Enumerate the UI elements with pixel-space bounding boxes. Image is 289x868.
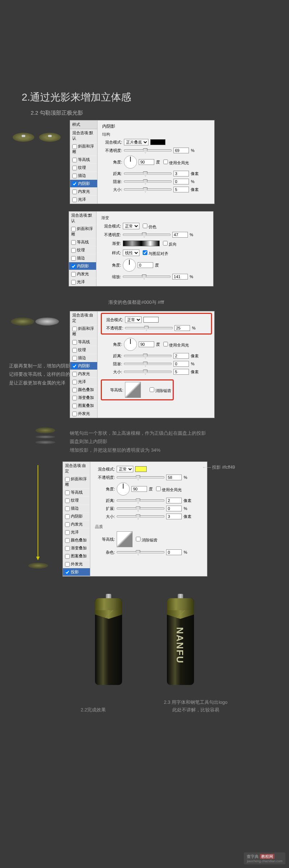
- slider[interactable]: [117, 507, 164, 510]
- size-value[interactable]: 5: [173, 187, 189, 192]
- spread-value[interactable]: 0: [166, 506, 182, 511]
- style-select[interactable]: 线性: [123, 250, 139, 256]
- slider[interactable]: [125, 327, 173, 329]
- style-item[interactable]: 等高线: [69, 238, 96, 246]
- angle-value[interactable]: 90: [131, 486, 147, 492]
- scale-value[interactable]: 141: [172, 274, 188, 280]
- checkbox[interactable]: [72, 144, 77, 149]
- checkbox[interactable]: [72, 182, 77, 186]
- slider[interactable]: [124, 355, 172, 357]
- slider[interactable]: [117, 515, 164, 518]
- style-item[interactable]: 内发光: [70, 188, 97, 196]
- choke-value[interactable]: 0: [173, 361, 189, 367]
- slider[interactable]: [124, 363, 172, 365]
- style-item[interactable]: 纹理: [63, 497, 90, 505]
- angle-value[interactable]: 90: [139, 159, 154, 165]
- style-item[interactable]: 斜面和浮雕: [69, 225, 96, 238]
- global-light-check[interactable]: 使用全局光: [162, 341, 189, 348]
- style-item[interactable]: 光泽: [69, 278, 96, 286]
- noise-value[interactable]: 0: [166, 549, 182, 555]
- style-item[interactable]: 内发光: [63, 520, 90, 528]
- opacity-value[interactable]: 25: [174, 325, 190, 331]
- blend-options[interactable]: 混合选项:默认: [70, 129, 97, 142]
- angle-value[interactable]: 90: [139, 341, 154, 347]
- blend-mode-select[interactable]: 正片叠底: [124, 139, 148, 145]
- reverse-check[interactable]: 反向: [161, 240, 177, 247]
- angle-dial[interactable]: [124, 338, 137, 351]
- opacity-value[interactable]: 47: [172, 232, 188, 238]
- slider[interactable]: [117, 476, 164, 478]
- slider[interactable]: [123, 276, 171, 278]
- style-item[interactable]: 图案叠加: [63, 552, 90, 560]
- global-light-check[interactable]: 使用全局光: [155, 485, 182, 493]
- style-item[interactable]: 描边: [63, 505, 90, 512]
- blend-mode-select[interactable]: 正常: [117, 466, 133, 472]
- size-value[interactable]: 5: [173, 369, 189, 375]
- style-item[interactable]: 光泽: [70, 378, 97, 386]
- align-check[interactable]: 与图层对齐: [141, 249, 168, 256]
- color-swatch-yellow[interactable]: [135, 466, 147, 472]
- style-item[interactable]: 光泽: [63, 528, 90, 536]
- distance-value[interactable]: 2: [173, 353, 189, 359]
- style-item[interactable]: 渐变叠加: [70, 394, 97, 402]
- style-item-selected[interactable]: 内阴影: [70, 362, 97, 370]
- style-item[interactable]: 斜面和浮雕: [70, 325, 97, 338]
- slider[interactable]: [124, 173, 172, 175]
- style-item[interactable]: 纹理: [70, 346, 97, 354]
- color-swatch[interactable]: [143, 317, 159, 323]
- angle-dial[interactable]: [124, 156, 137, 169]
- slider[interactable]: [124, 188, 172, 191]
- style-item[interactable]: 颜色叠加: [63, 536, 90, 544]
- antialias-check[interactable]: 消除锯齿: [134, 536, 158, 543]
- slider[interactable]: [124, 371, 172, 373]
- dither-check[interactable]: 仿色: [141, 222, 156, 230]
- distance-value[interactable]: 2: [166, 498, 182, 503]
- style-item-selected[interactable]: 内阴影: [70, 180, 97, 188]
- blend-options[interactable]: 混合选项:默认: [69, 212, 96, 225]
- style-item[interactable]: 外发光: [70, 410, 97, 418]
- slider[interactable]: [123, 234, 171, 236]
- global-light-check[interactable]: 使用全局光: [162, 158, 189, 166]
- style-item[interactable]: 等高线: [70, 338, 97, 346]
- choke-value[interactable]: 0: [173, 179, 189, 184]
- angle-dial[interactable]: [117, 482, 130, 495]
- slider[interactable]: [124, 149, 172, 152]
- style-item[interactable]: 纹理: [70, 164, 97, 172]
- angle-value[interactable]: 0: [138, 262, 153, 268]
- checkbox[interactable]: [72, 174, 77, 178]
- contour-curve[interactable]: [117, 531, 133, 547]
- checkbox[interactable]: [72, 166, 77, 170]
- style-item[interactable]: 渐变叠加: [63, 544, 90, 552]
- style-item[interactable]: 等高线: [70, 156, 97, 164]
- style-item[interactable]: 内发光: [69, 270, 96, 278]
- style-item[interactable]: 光泽: [70, 196, 97, 204]
- slider[interactable]: [117, 499, 164, 502]
- opacity-value[interactable]: 69: [173, 148, 189, 153]
- distance-value[interactable]: 3: [173, 171, 189, 176]
- style-item[interactable]: 描边: [70, 172, 97, 180]
- blend-options[interactable]: 混合选项:自定: [70, 311, 97, 325]
- gradient-swatch[interactable]: [123, 241, 160, 246]
- size-value[interactable]: 3: [166, 514, 182, 519]
- contour-curve[interactable]: [125, 382, 141, 398]
- style-item-selected[interactable]: 投影: [63, 568, 90, 576]
- blend-mode-select[interactable]: 正常: [123, 223, 139, 229]
- color-swatch[interactable]: [150, 139, 165, 145]
- style-item[interactable]: 描边: [69, 254, 96, 262]
- blend-mode-select[interactable]: 正常: [125, 316, 142, 323]
- style-item[interactable]: 斜面和浮雕: [63, 475, 90, 489]
- style-item[interactable]: 颜色叠加: [70, 386, 97, 394]
- opacity-value[interactable]: 58: [166, 475, 182, 480]
- slider[interactable]: [117, 551, 164, 553]
- style-item[interactable]: 描边: [70, 354, 97, 362]
- style-item-selected[interactable]: 内阴影: [69, 262, 96, 270]
- style-item[interactable]: 内阴影: [63, 512, 90, 520]
- style-item[interactable]: 外发光: [63, 560, 90, 568]
- style-item[interactable]: 图案叠加: [70, 402, 97, 410]
- antialias-check[interactable]: 消除锯齿: [148, 386, 171, 393]
- style-item[interactable]: 纹理: [69, 246, 96, 254]
- checkbox[interactable]: [72, 197, 77, 202]
- slider[interactable]: [124, 180, 172, 183]
- blend-options[interactable]: 混合选项:自定: [63, 462, 90, 475]
- checkbox[interactable]: [72, 190, 77, 194]
